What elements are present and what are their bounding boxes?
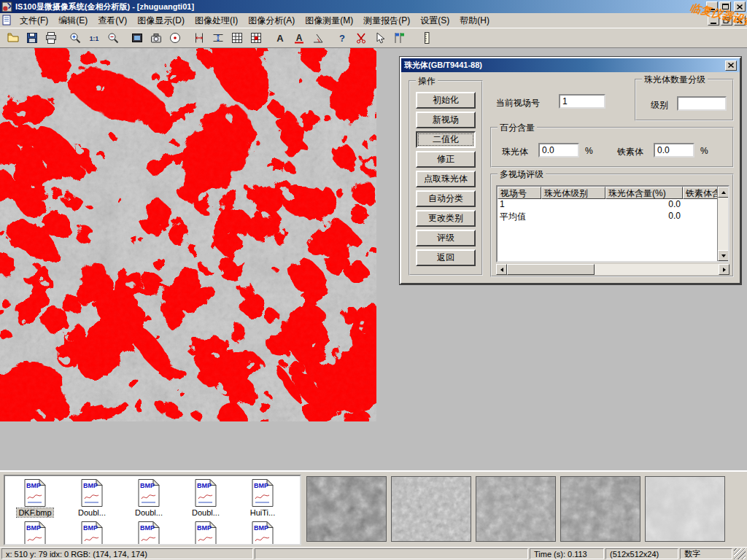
- menu-item-4[interactable]: 图像显示(D): [132, 13, 190, 28]
- minimize-button[interactable]: [706, 1, 718, 12]
- pointer-button[interactable]: [371, 30, 389, 47]
- column-header-2[interactable]: 珠光体级别: [541, 187, 605, 199]
- operations-label: 操作: [416, 76, 438, 86]
- measure-h-icon: [212, 31, 225, 44]
- status-time: Time (s): 0.113: [530, 548, 604, 559]
- measure-horizontal-button[interactable]: [209, 30, 227, 47]
- file-item[interactable]: [63, 521, 120, 545]
- menu-item-3[interactable]: 查看(V): [93, 13, 132, 28]
- angle-measure-button[interactable]: [309, 30, 327, 47]
- menu-item-7[interactable]: 图像测量(M): [300, 13, 358, 28]
- op-button-2[interactable]: 新视场: [416, 112, 476, 128]
- status-bar: x: 510 y: 79 idx: 0 RGB: (174, 174, 174)…: [0, 547, 747, 560]
- file-item[interactable]: [7, 521, 63, 545]
- save-button[interactable]: [23, 30, 41, 47]
- op-button-3[interactable]: 二值化: [416, 131, 476, 148]
- scroll-right-button[interactable]: [719, 264, 729, 275]
- metallographic-image[interactable]: [0, 48, 376, 421]
- file-item[interactable]: Doubl...: [63, 478, 120, 517]
- menu-item-10[interactable]: 帮助(H): [454, 13, 495, 28]
- scroll-up-button[interactable]: [718, 187, 729, 198]
- marker-button[interactable]: [390, 30, 408, 47]
- capture-button[interactable]: [128, 30, 146, 47]
- column-header-3[interactable]: 珠光体含量(%): [605, 187, 683, 199]
- zoom-out-button[interactable]: [104, 30, 122, 47]
- open-button[interactable]: [4, 30, 22, 47]
- menu-item-5[interactable]: 图像处理(I): [190, 13, 243, 28]
- horizontal-scroll-thumb[interactable]: [507, 264, 595, 275]
- cut-button[interactable]: [352, 30, 370, 47]
- file-item[interactable]: [120, 521, 177, 545]
- multi-field-group: 多视场评级 视场号珠光体级别珠光体含量(%)铁素体含量(%) 10.0平均值0.…: [490, 174, 734, 277]
- camera-button[interactable]: [147, 30, 165, 47]
- ferrite-percent-input[interactable]: [654, 143, 694, 158]
- letter-a-icon: [274, 31, 287, 44]
- status-mode: 数字: [680, 548, 732, 559]
- pearlite-percent-input[interactable]: [538, 143, 579, 158]
- font-button[interactable]: [290, 30, 308, 47]
- file-item[interactable]: HuiTi...: [234, 478, 291, 517]
- child-close-button[interactable]: [734, 15, 746, 26]
- current-field-input[interactable]: [559, 94, 605, 109]
- op-button-7[interactable]: 更改类别: [416, 210, 476, 227]
- thumbnail-5[interactable]: [645, 476, 725, 542]
- dialog-close-button[interactable]: [725, 61, 737, 71]
- grid-button[interactable]: [228, 30, 246, 47]
- menu-item-1[interactable]: 文件(F): [15, 13, 53, 28]
- table-row[interactable]: 平均值0.0: [498, 211, 728, 222]
- column-header-1[interactable]: 视场号: [498, 187, 541, 199]
- file-browser: DKF.bmpDoubl...Doubl...Doubl...HuiTi...: [4, 475, 301, 545]
- thumbnail-1[interactable]: [306, 476, 387, 542]
- column-header-4[interactable]: 铁素体含量(%): [683, 187, 720, 199]
- bmp-file-icon: [23, 478, 47, 508]
- status-position: x: 510 y: 79 idx: 0 RGB: (174, 174, 174): [1, 548, 253, 559]
- table-horizontal-scrollbar[interactable]: [496, 264, 729, 275]
- percent-group: 百分含量 珠光体 % 铁素体 %: [490, 127, 734, 168]
- op-button-1[interactable]: 初始化: [416, 92, 476, 109]
- close-button[interactable]: [734, 1, 746, 12]
- operations-buttons: 初始化新视场二值化修正点取珠光体自动分类更改类别评级返回: [410, 82, 481, 269]
- file-item[interactable]: [177, 521, 234, 545]
- help-button[interactable]: [333, 30, 351, 47]
- op-button-6[interactable]: 自动分类: [416, 190, 476, 207]
- ruler-button[interactable]: [417, 30, 436, 47]
- child-restore-button[interactable]: [721, 15, 732, 26]
- thumbnail-3[interactable]: [476, 476, 556, 542]
- op-button-9[interactable]: 返回: [416, 249, 476, 266]
- file-name: DKF.bmp: [17, 508, 53, 517]
- maximize-button[interactable]: [719, 1, 731, 12]
- thumbnail-4[interactable]: [560, 476, 640, 542]
- scroll-down-button[interactable]: [718, 250, 729, 261]
- text-annotate-button[interactable]: [271, 30, 289, 47]
- table-vertical-scrollbar[interactable]: [717, 187, 728, 261]
- file-item[interactable]: DKF.bmp: [7, 478, 63, 517]
- dialog-title-bar[interactable]: 珠光体(GB/T9441-88): [401, 58, 740, 72]
- child-minimize-button[interactable]: [708, 15, 719, 26]
- print-button[interactable]: [42, 30, 60, 47]
- cut-icon: [355, 31, 368, 44]
- toolbar: [0, 28, 747, 48]
- menu-item-9[interactable]: 设置(S): [415, 13, 454, 28]
- actual-size-button[interactable]: [85, 30, 103, 47]
- table-row[interactable]: 10.0: [498, 199, 728, 211]
- op-button-8[interactable]: 评级: [416, 230, 476, 246]
- capture-icon: [131, 31, 144, 44]
- measure-vertical-button[interactable]: [190, 30, 208, 47]
- zoom-in-button[interactable]: [66, 30, 84, 47]
- resize-grip[interactable]: [734, 548, 746, 559]
- file-item[interactable]: Doubl...: [120, 478, 177, 517]
- thumbnail-2[interactable]: [391, 476, 471, 542]
- grid-red-icon: [249, 31, 263, 44]
- menu-item-2[interactable]: 编辑(E): [53, 13, 93, 28]
- file-item[interactable]: [234, 521, 291, 545]
- menu-item-8[interactable]: 测量报告(P): [358, 13, 415, 28]
- file-name: Doubl...: [133, 508, 164, 517]
- file-item[interactable]: Doubl...: [177, 478, 234, 517]
- target-button[interactable]: [166, 30, 184, 47]
- op-button-4[interactable]: 修正: [416, 151, 476, 168]
- menu-item-6[interactable]: 图像分析(A): [243, 13, 300, 28]
- scroll-left-button[interactable]: [496, 264, 507, 275]
- calibration-button[interactable]: [247, 30, 265, 47]
- op-button-5[interactable]: 点取珠光体: [416, 171, 476, 187]
- grade-level-input[interactable]: [677, 96, 727, 111]
